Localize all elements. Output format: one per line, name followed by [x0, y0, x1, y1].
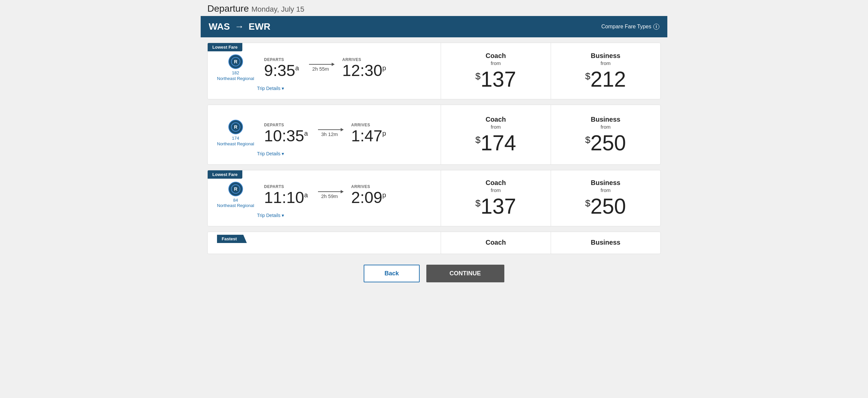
- route-info: WAS → EWR: [209, 21, 270, 32]
- business-label-3: Business: [591, 179, 620, 187]
- coach-label-2: Coach: [486, 116, 506, 123]
- arrives-time-1: 12:30p: [342, 63, 386, 79]
- arrives-time-2: 1:47p: [351, 128, 386, 144]
- coach-from-1: from: [491, 60, 501, 66]
- coach-fare-3[interactable]: Coach from $137: [441, 170, 551, 226]
- origin-code: WAS: [209, 21, 230, 32]
- coach-price-3: $137: [475, 196, 516, 217]
- lowest-fare-badge-3: Lowest Fare: [208, 170, 242, 179]
- departs-block-2: DEPARTS 10:35a: [264, 123, 308, 144]
- coach-fare-4[interactable]: Coach: [441, 232, 551, 254]
- compare-fare-button[interactable]: Compare Fare Types i: [601, 24, 659, 30]
- arrives-label-2: ARRIVES: [351, 123, 386, 127]
- arrives-label-3: ARRIVES: [351, 184, 386, 189]
- train-left-1: Lowest Fare R 182 Northeast Regional: [208, 43, 441, 99]
- train-number-name-1: 182 Northeast Regional: [217, 70, 254, 82]
- train-left-2: R 174 Northeast Regional DEPARTS 10:35a: [208, 105, 441, 164]
- bottom-bar: Back CONTINUE: [201, 259, 667, 288]
- departs-time-1: 9:35a: [264, 63, 299, 79]
- business-price-1: $212: [585, 69, 626, 90]
- business-price-3: $250: [585, 196, 626, 217]
- business-fare-3[interactable]: Business from $250: [551, 170, 661, 226]
- departs-block-3: DEPARTS 11:10a: [264, 184, 308, 206]
- chevron-down-icon-2: ▾: [282, 151, 284, 156]
- duration-block-1: 2h 55m: [309, 64, 332, 72]
- page-title: Departure Monday, July 15: [207, 3, 661, 14]
- trip-details-link-3[interactable]: Trip Details ▾: [257, 213, 431, 218]
- train-card-1: Lowest Fare R 182 Northeast Regional: [207, 43, 661, 99]
- departs-label-3: DEPARTS: [264, 184, 308, 189]
- route-arrow-icon: →: [235, 21, 244, 32]
- business-label-1: Business: [591, 52, 620, 60]
- continue-button[interactable]: CONTINUE: [426, 265, 504, 282]
- svg-text:R: R: [234, 124, 237, 130]
- route-bar: WAS → EWR Compare Fare Types i: [201, 16, 667, 37]
- arrives-label-1: ARRIVES: [342, 57, 386, 62]
- lowest-fare-badge-1: Lowest Fare: [208, 43, 242, 51]
- train-icon-2: R: [228, 120, 243, 134]
- departs-label-1: DEPARTS: [264, 57, 299, 62]
- train-card-4: Fastest Coach Business: [207, 232, 661, 254]
- arrives-block-2: ARRIVES 1:47p: [351, 123, 386, 144]
- chevron-down-icon-1: ▾: [282, 86, 284, 91]
- business-from-3: from: [601, 187, 611, 193]
- chevron-down-icon-3: ▾: [282, 213, 284, 218]
- compare-fare-label: Compare Fare Types: [601, 24, 651, 30]
- coach-label-3: Coach: [486, 179, 506, 187]
- duration-text-1: 2h 55m: [312, 66, 329, 72]
- train-left-3: Lowest Fare R 84 Northeast Regional: [208, 170, 441, 226]
- train-left-4: Fastest: [208, 232, 441, 254]
- trip-details-link-1[interactable]: Trip Details ▾: [257, 86, 431, 91]
- duration-text-3: 2h 59m: [321, 193, 338, 199]
- destination-code: EWR: [249, 21, 270, 32]
- departure-header: Departure Monday, July 15: [201, 0, 667, 16]
- coach-label-1: Coach: [486, 52, 506, 60]
- coach-fare-2[interactable]: Coach from $174: [441, 105, 551, 164]
- svg-text:R: R: [234, 186, 237, 192]
- svg-text:R: R: [234, 59, 237, 64]
- train-icon-1: R: [228, 54, 243, 69]
- info-icon: i: [653, 24, 659, 30]
- business-fare-1[interactable]: Business from $212: [551, 43, 661, 99]
- fastest-badge: Fastest: [217, 235, 247, 243]
- departs-time-2: 10:35a: [264, 128, 308, 144]
- coach-fare-1[interactable]: Coach from $137: [441, 43, 551, 99]
- coach-price-1: $137: [475, 69, 516, 90]
- duration-text-2: 3h 12m: [321, 131, 338, 137]
- business-price-2: $250: [585, 132, 626, 154]
- train-card-3: Lowest Fare R 84 Northeast Regional: [207, 170, 661, 227]
- train-info-2: R 174 Northeast Regional DEPARTS 10:35a: [217, 120, 431, 147]
- business-fare-4[interactable]: Business: [551, 232, 661, 254]
- arrives-block-1: ARRIVES 12:30p: [342, 57, 386, 79]
- departs-label-2: DEPARTS: [264, 123, 308, 127]
- business-from-2: from: [601, 124, 611, 130]
- duration-block-3: 2h 59m: [318, 191, 341, 199]
- page-container: Departure Monday, July 15 WAS → EWR Comp…: [201, 0, 667, 288]
- trains-list: Lowest Fare R 182 Northeast Regional: [201, 37, 667, 259]
- train-info-1: R 182 Northeast Regional DEPARTS 9:35a: [217, 54, 431, 82]
- duration-block-2: 3h 12m: [318, 129, 341, 137]
- train-number-name-3: 84 Northeast Regional: [217, 198, 254, 209]
- train-id-3: R 84 Northeast Regional: [217, 182, 254, 209]
- coach-from-2: from: [491, 124, 501, 130]
- coach-price-2: $174: [475, 132, 516, 154]
- trip-details-link-2[interactable]: Trip Details ▾: [257, 151, 431, 156]
- train-icon-3: R: [228, 182, 243, 196]
- arrives-block-3: ARRIVES 2:09p: [351, 184, 386, 206]
- train-info-3: R 84 Northeast Regional DEPARTS 11:10a: [217, 182, 431, 209]
- train-id-1: R 182 Northeast Regional: [217, 54, 254, 82]
- train-number-name-2: 174 Northeast Regional: [217, 136, 254, 147]
- business-fare-2[interactable]: Business from $250: [551, 105, 661, 164]
- coach-from-3: from: [491, 187, 501, 193]
- departs-block-1: DEPARTS 9:35a: [264, 57, 299, 79]
- train-id-2: R 174 Northeast Regional: [217, 120, 254, 147]
- departs-time-3: 11:10a: [264, 190, 308, 206]
- business-from-1: from: [601, 60, 611, 66]
- coach-label-4: Coach: [486, 239, 506, 246]
- back-button[interactable]: Back: [364, 265, 419, 282]
- business-label-4: Business: [591, 239, 620, 246]
- business-label-2: Business: [591, 116, 620, 123]
- arrives-time-3: 2:09p: [351, 190, 386, 206]
- train-card-2: R 174 Northeast Regional DEPARTS 10:35a: [207, 105, 661, 165]
